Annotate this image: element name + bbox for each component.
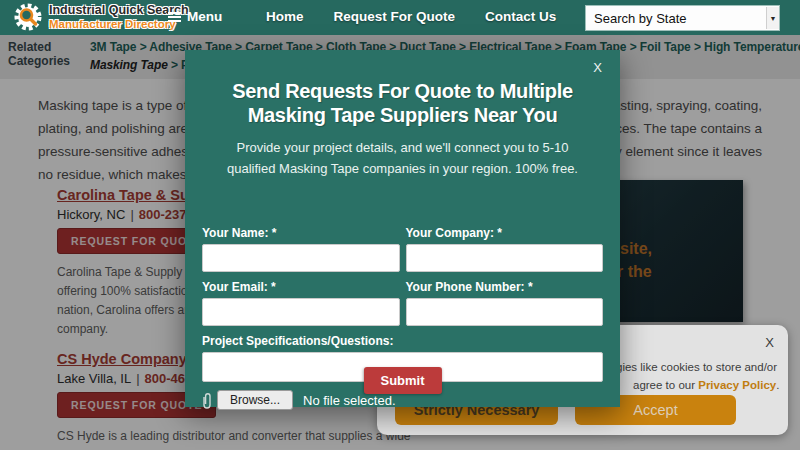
nav-request-for-quote[interactable]: Request For Quote (334, 9, 456, 24)
hamburger-icon (168, 12, 181, 14)
site-logo[interactable]: Industrial Quick Search Manufacturer Dir… (13, 2, 189, 32)
phone-label: Your Phone Number: * (406, 280, 604, 294)
company-field[interactable] (406, 244, 604, 272)
paperclip-icon (202, 392, 213, 409)
cookie-close-icon[interactable]: X (765, 335, 774, 350)
phone-field[interactable] (406, 298, 604, 326)
cookie-text-fragment: agree to our (633, 379, 698, 391)
name-label: Your Name: * (202, 226, 400, 240)
cookie-text-fragment: . (776, 379, 779, 391)
site-header: Industrial Quick Search Manufacturer Dir… (0, 0, 800, 35)
rfq-modal: X Send Requests For Quote to Multiple Ma… (185, 50, 620, 407)
nav-home[interactable]: Home (266, 9, 304, 24)
cookie-text-line: agree to our Privacy Policy. (633, 379, 779, 391)
modal-close-icon[interactable]: X (593, 60, 602, 75)
name-field[interactable] (202, 244, 400, 272)
privacy-policy-link[interactable]: Privacy Policy (698, 379, 776, 391)
company-label: Your Company: * (406, 226, 604, 240)
menu-label: Menu (187, 9, 222, 24)
menu-button[interactable]: Menu (168, 9, 222, 24)
select-value: Search by State (586, 11, 766, 26)
chevron-down-icon: ▼ (766, 7, 779, 29)
modal-subtitle: Provide your project details, and we'll … (212, 138, 594, 180)
no-file-text: No file selected. (303, 393, 396, 408)
browse-button[interactable]: Browse... (217, 390, 293, 410)
gear-magnifier-icon (13, 2, 43, 32)
nav-contact-us[interactable]: Contact Us (485, 9, 556, 24)
email-label: Your Email: * (202, 280, 400, 294)
page: Related Categories 3M TapeAdhesive TapeC… (0, 0, 800, 450)
modal-title: Send Requests For Quote to Multiple Mask… (201, 80, 605, 127)
specs-label: Project Specifications/Questions: (202, 334, 603, 348)
cookie-text-fragment: gies like cookies to store and/or (616, 361, 777, 373)
search-by-state-select[interactable]: Search by State ▼ (585, 5, 780, 31)
email-field[interactable] (202, 298, 400, 326)
submit-button[interactable]: Submit (363, 367, 441, 394)
